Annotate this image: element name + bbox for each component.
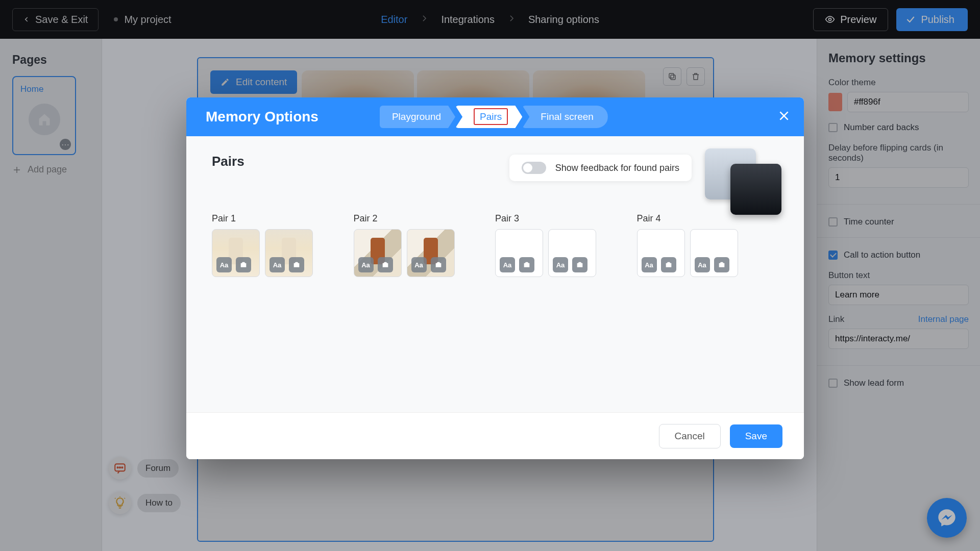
save-button[interactable]: Save [730,424,782,448]
card-image-button[interactable] [236,257,251,272]
tab-final-screen[interactable]: Final screen [522,106,608,128]
close-icon [777,109,791,122]
card-text-button[interactable]: Aa [553,257,568,272]
camera-icon [292,261,301,269]
tab-pairs[interactable]: Pairs [455,106,522,128]
card-image-button[interactable] [572,257,587,272]
modal-close-button[interactable] [777,109,791,124]
camera-icon [576,261,584,269]
feedback-toggle-row: Show feedback for found pairs [509,155,692,181]
card-image-button[interactable] [289,257,304,272]
camera-icon [523,261,531,269]
card-image-button[interactable] [431,257,446,272]
card-text-button[interactable]: Aa [216,257,232,272]
card-image-button[interactable] [714,257,729,272]
pair-column: Pair 4 Aa Aa [637,213,748,277]
modal-header: Memory Options Playground Pairs Final sc… [186,97,804,136]
feedback-switch[interactable] [522,162,546,174]
card-image-button[interactable] [378,257,393,272]
card-image-button[interactable] [519,257,534,272]
camera-icon [718,261,726,269]
memory-options-modal: Memory Options Playground Pairs Final sc… [186,97,804,459]
card-text-button[interactable]: Aa [270,257,285,272]
tab-playground[interactable]: Playground [380,106,455,128]
camera-icon [434,261,443,269]
pair-card-slot[interactable]: Aa [637,229,685,277]
camera-icon [381,261,389,269]
pair-column: Pair 2 Aa Aa [354,213,465,277]
pair-card-slot[interactable]: Aa [354,229,402,277]
pair-label: Pair 3 [495,213,606,224]
pair-card-slot[interactable]: Aa [495,229,543,277]
preview-thumb-front [730,164,781,215]
modal-title: Memory Options [206,109,318,125]
cancel-button[interactable]: Cancel [659,424,721,448]
pair-column: Pair 1 Aa Aa [212,213,323,277]
modal-body: Pairs Show feedback for found pairs Pair… [186,136,804,412]
modal-tabs: Playground Pairs Final screen [380,106,608,128]
pair-label: Pair 2 [354,213,465,224]
pair-card-slot[interactable]: Aa [212,229,260,277]
pair-label: Pair 4 [637,213,748,224]
camera-icon [665,261,673,269]
pair-card-slot[interactable]: Aa [407,229,455,277]
pair-card-slot[interactable]: Aa [548,229,596,277]
card-text-button[interactable]: Aa [695,257,710,272]
modal-footer: Cancel Save [186,412,804,459]
pairs-grid: Pair 1 Aa Aa [212,213,748,277]
card-image-button[interactable] [661,257,676,272]
pair-column: Pair 3 Aa Aa [495,213,606,277]
preview-thumbnails [705,148,781,215]
card-text-button[interactable]: Aa [358,257,374,272]
pair-label: Pair 1 [212,213,323,224]
card-text-button[interactable]: Aa [411,257,427,272]
pair-card-slot[interactable]: Aa [690,229,738,277]
camera-icon [239,261,248,269]
pair-card-slot[interactable]: Aa [265,229,313,277]
card-text-button[interactable]: Aa [500,257,515,272]
feedback-label: Show feedback for found pairs [555,163,679,173]
section-title: Pairs [212,154,778,169]
card-text-button[interactable]: Aa [642,257,657,272]
